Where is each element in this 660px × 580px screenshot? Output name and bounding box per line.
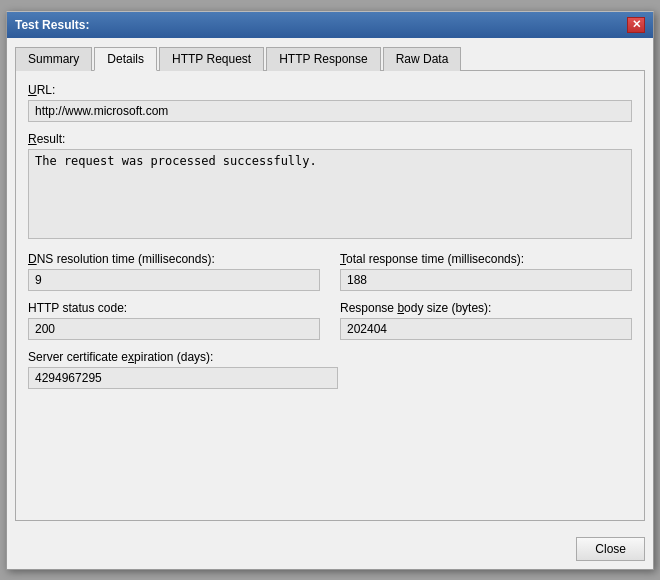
cert-expiry-value: 4294967295 bbox=[28, 367, 338, 389]
body-size-label: Response body size (bytes): bbox=[340, 301, 632, 315]
total-response-value: 188 bbox=[340, 269, 632, 291]
tab-bar: Summary Details HTTP Request HTTP Respon… bbox=[15, 46, 645, 71]
title-bar: Test Results: ✕ bbox=[7, 12, 653, 38]
content-panel: URL: http://www.microsoft.com Result: DN… bbox=[15, 71, 645, 521]
result-textarea[interactable] bbox=[28, 149, 632, 239]
col-dns: DNS resolution time (milliseconds): 9 bbox=[28, 252, 320, 301]
tab-summary[interactable]: Summary bbox=[15, 47, 92, 71]
http-status-value: 200 bbox=[28, 318, 320, 340]
cert-expiry-label: Server certificate expiration (days): bbox=[28, 350, 338, 364]
dialog-footer: Close bbox=[7, 529, 653, 569]
tab-details[interactable]: Details bbox=[94, 47, 157, 71]
title-bar-close-button[interactable]: ✕ bbox=[627, 17, 645, 33]
dialog-body: Summary Details HTTP Request HTTP Respon… bbox=[7, 38, 653, 529]
tab-http-response[interactable]: HTTP Response bbox=[266, 47, 380, 71]
col-body-size: Response body size (bytes): 202404 bbox=[340, 301, 632, 350]
http-status-label: HTTP status code: bbox=[28, 301, 320, 315]
dns-label: DNS resolution time (milliseconds): bbox=[28, 252, 320, 266]
dns-value: 9 bbox=[28, 269, 320, 291]
total-response-label: Total response time (milliseconds): bbox=[340, 252, 632, 266]
body-size-value: 202404 bbox=[340, 318, 632, 340]
row-dns-total: DNS resolution time (milliseconds): 9 To… bbox=[28, 252, 632, 301]
tab-raw-data[interactable]: Raw Data bbox=[383, 47, 462, 71]
result-label: Result: bbox=[28, 132, 632, 146]
close-button[interactable]: Close bbox=[576, 537, 645, 561]
url-value: http://www.microsoft.com bbox=[28, 100, 632, 122]
tab-http-request[interactable]: HTTP Request bbox=[159, 47, 264, 71]
col-http-status: HTTP status code: 200 bbox=[28, 301, 320, 350]
test-results-dialog: Test Results: ✕ Summary Details HTTP Req… bbox=[6, 11, 654, 570]
col-total-response: Total response time (milliseconds): 188 bbox=[340, 252, 632, 301]
url-label: URL: bbox=[28, 83, 632, 97]
cert-expiry-section: Server certificate expiration (days): 42… bbox=[28, 350, 338, 389]
row-http-body: HTTP status code: 200 Response body size… bbox=[28, 301, 632, 350]
dialog-title: Test Results: bbox=[15, 18, 89, 32]
